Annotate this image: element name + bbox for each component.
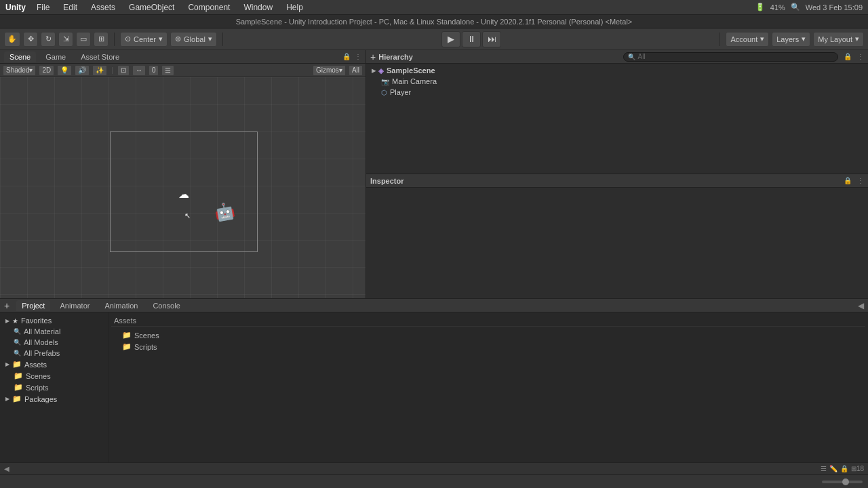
- unity-logo: Unity: [5, 3, 26, 12]
- project-back-btn[interactable]: ◀: [4, 465, 9, 472]
- inspector-toolbar: Inspector 🔒 ⋮: [366, 174, 868, 188]
- favorites-label: Favorites: [21, 317, 52, 325]
- lighting-button[interactable]: 💡: [57, 65, 72, 76]
- search-icon[interactable]: 🔍: [791, 3, 800, 12]
- hierarchy-camera-name: Main Camera: [392, 77, 437, 85]
- step-button[interactable]: ⏭: [482, 31, 501, 47]
- pivot-dropdown[interactable]: ⊙ Center ▾: [120, 32, 167, 47]
- tab-animation[interactable]: Animation: [99, 300, 143, 311]
- scene-tab-bar: Scene Game Asset Store 🔒 ⋮: [0, 50, 366, 64]
- hierarchy-scene-item[interactable]: ▶ ◈ SampleScene: [366, 65, 868, 76]
- scene-toolbar-3[interactable]: ↔: [132, 65, 146, 76]
- packages-label: Packages: [24, 395, 57, 403]
- pause-button[interactable]: ⏸: [462, 31, 481, 47]
- collapse-btn[interactable]: ◀: [858, 301, 864, 310]
- scene-toolbar-mode[interactable]: ⊡: [117, 65, 130, 76]
- zoom-slider-thumb: [842, 479, 849, 485]
- menu-file[interactable]: File: [34, 1, 52, 14]
- tab-scene[interactable]: Scene: [4, 52, 36, 62]
- proj-icon-1[interactable]: ☰: [821, 465, 827, 472]
- account-dropdown[interactable]: Account ▾: [726, 32, 769, 47]
- play-button[interactable]: ▶: [441, 31, 460, 47]
- proj-icon-2[interactable]: ✏️: [829, 465, 837, 472]
- audio-button[interactable]: 🔊: [75, 65, 90, 76]
- proj-icon-3[interactable]: 🔒: [840, 465, 848, 472]
- hierarchy-panel: + Hierarchy 🔍 All 🔒 ⋮ ▶ ◈: [366, 50, 868, 174]
- hierarchy-more[interactable]: ⋮: [857, 53, 864, 60]
- pivot-label: Center: [134, 35, 156, 43]
- scenes-right-item[interactable]: 📁 Scenes: [111, 329, 865, 341]
- scene-lock-icon[interactable]: 🔒: [342, 53, 351, 60]
- scripts-folder-icon: 📁: [14, 383, 23, 392]
- hierarchy-maincamera-item[interactable]: 📷 Main Camera: [366, 76, 868, 87]
- search-icon: 🔍: [14, 328, 21, 335]
- scripts-right-item[interactable]: 📁 Scripts: [111, 341, 865, 352]
- menu-window[interactable]: Window: [241, 1, 275, 14]
- scene-viewport[interactable]: ☁ 🤖 ↖: [0, 77, 366, 298]
- assets-breadcrumb: Assets: [114, 317, 136, 325]
- shading-dropdown[interactable]: Shaded ▾: [3, 65, 36, 76]
- scene-toolbar-extra[interactable]: ☰: [161, 65, 174, 76]
- scenes-right-icon: 📁: [122, 331, 132, 340]
- gizmos-dropdown[interactable]: Gizmos ▾: [313, 65, 346, 76]
- rotate-tool[interactable]: ↻: [41, 32, 56, 47]
- hierarchy-title: Hierarchy: [378, 53, 413, 61]
- all-models-item[interactable]: 🔍 All Models: [3, 337, 105, 348]
- all-material-item[interactable]: 🔍 All Material: [3, 326, 105, 337]
- scene-depth[interactable]: 0: [149, 65, 159, 76]
- space-chevron: ▾: [208, 35, 212, 43]
- main-toolbar: ✋ ✥ ↻ ⇲ ▭ ⊞ ⊙ Center ▾ ⊕ Global ▾ ▶ ⏸ ⏭ …: [0, 28, 868, 50]
- bottom-panel: + Project Animator Animation Console ◀ ▶…: [0, 298, 868, 474]
- move-tool[interactable]: ✥: [23, 32, 38, 47]
- hand-tool[interactable]: ✋: [4, 32, 20, 47]
- menu-edit[interactable]: Edit: [60, 1, 80, 14]
- scripts-left-item[interactable]: 📁 Scripts: [3, 382, 105, 393]
- layers-label: Layers: [776, 35, 799, 43]
- scenes-left-item[interactable]: 📁 Scenes: [3, 370, 105, 382]
- assets-header[interactable]: ▶ 📁 Assets: [3, 359, 105, 370]
- project-bottom-toolbar: ◀ ☰ ✏️ 🔒 ⊞18: [0, 462, 868, 474]
- inspector-more[interactable]: ⋮: [857, 177, 864, 184]
- scene-triangle: ▶: [372, 68, 376, 74]
- scene-more-icon[interactable]: ⋮: [355, 53, 361, 60]
- battery-percent: 41%: [770, 3, 785, 12]
- datetime: Wed 3 Feb 15:09: [806, 3, 863, 12]
- add-hierarchy-btn[interactable]: +: [370, 52, 376, 62]
- toolbar-sep-1: [114, 33, 115, 46]
- search-all-label: All: [637, 53, 645, 60]
- scenes-folder-icon: 📁: [14, 371, 23, 380]
- packages-triangle: ▶: [5, 396, 9, 402]
- menu-component[interactable]: Component: [185, 1, 233, 14]
- scale-tool[interactable]: ⇲: [58, 32, 73, 47]
- tab-animator[interactable]: Animator: [54, 300, 95, 311]
- project-content: ▶ ★ Favorites 🔍 All Material 🔍 All Model…: [0, 312, 868, 462]
- inspector-lock[interactable]: 🔒: [844, 177, 852, 184]
- all-prefabs-item[interactable]: 🔍 All Prefabs: [3, 348, 105, 359]
- add-project-btn[interactable]: +: [4, 300, 9, 311]
- layout-dropdown[interactable]: My Layout ▾: [813, 32, 864, 47]
- hierarchy-lock[interactable]: 🔒: [844, 53, 852, 60]
- layers-dropdown[interactable]: Layers ▾: [772, 32, 810, 47]
- tab-console[interactable]: Console: [147, 300, 185, 311]
- tab-project[interactable]: Project: [16, 300, 50, 311]
- zoom-slider[interactable]: [822, 481, 863, 483]
- tab-game[interactable]: Game: [40, 52, 71, 62]
- rect-tool[interactable]: ▭: [76, 32, 91, 47]
- camera-icon: 📷: [381, 78, 389, 85]
- transform-tool[interactable]: ⊞: [94, 32, 108, 47]
- favorites-header[interactable]: ▶ ★ Favorites: [3, 315, 105, 326]
- menu-assets[interactable]: Assets: [88, 1, 118, 14]
- 2d-button[interactable]: 2D: [39, 65, 54, 76]
- hierarchy-search[interactable]: 🔍 All: [623, 52, 838, 62]
- menu-gameobject[interactable]: GameObject: [126, 1, 177, 14]
- menu-help[interactable]: Help: [283, 1, 306, 14]
- scene-all-btn[interactable]: All: [349, 65, 363, 76]
- space-icon: ⊕: [175, 35, 181, 43]
- hierarchy-player-item[interactable]: ⬡ Player: [366, 87, 868, 98]
- bottom-tab-bar: + Project Animator Animation Console ◀: [0, 299, 868, 312]
- tab-asset-store[interactable]: Asset Store: [75, 52, 125, 62]
- space-dropdown[interactable]: ⊕ Global ▾: [170, 32, 217, 47]
- packages-header[interactable]: ▶ 📁 Packages: [3, 393, 105, 405]
- zoom-control[interactable]: [822, 481, 863, 483]
- fx-button[interactable]: ✨: [92, 65, 107, 76]
